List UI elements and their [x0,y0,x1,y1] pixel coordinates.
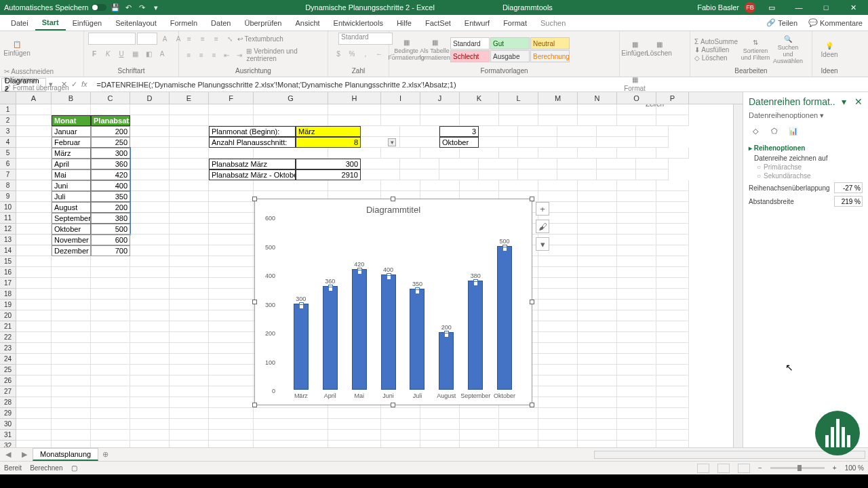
row-header[interactable]: 15 [0,256,16,267]
col-header[interactable]: I [381,92,420,104]
secondary-axis-radio[interactable]: ○ Sekundärachse [757,172,863,180]
ideas-button[interactable]: 💡Ideen [816,34,842,66]
chart-title[interactable]: Diagrammtitel [255,199,532,215]
user-name[interactable]: Fabio Basler [697,3,739,12]
primary-axis-radio[interactable]: ○ Primärachse [757,163,863,171]
column-headers[interactable]: ABCDEFGHIJKLMNOP [0,92,743,104]
table-format-button[interactable]: ▦Als Tabelle formatieren [422,34,448,66]
chart-object[interactable]: Diagrammtitel 0100200300400500600300März… [254,199,532,405]
tab-entwicklertools[interactable]: Entwicklertools [327,16,390,30]
chart-brush-icon[interactable]: 🖌 [536,220,549,233]
row-header[interactable]: 31 [0,430,16,441]
cut-button[interactable]: ✂ Ausschneiden [4,68,69,75]
col-header[interactable]: J [420,92,460,104]
border-icon[interactable]: ▦ [129,47,141,60]
currency-icon[interactable]: $ [332,47,344,60]
number-format-select[interactable]: Standard [338,33,393,45]
row-header[interactable]: 2 [0,115,16,126]
col-header[interactable]: F [209,92,254,104]
row-header[interactable]: 32 [0,441,16,447]
tab-daten[interactable]: Daten [204,16,237,30]
tab-hilfe[interactable]: Hilfe [390,16,418,30]
row-header[interactable]: 25 [0,365,16,375]
formula-input[interactable]: =DATENREIHE(;'Dynamische Planungsschritt… [93,81,868,89]
zoom-out-icon[interactable]: − [758,464,762,472]
percent-icon[interactable]: % [346,47,358,60]
align-right-icon[interactable]: ≡ [208,49,220,61]
row-header[interactable]: 7 [0,169,16,180]
fill-line-icon[interactable]: ◇ [749,124,762,138]
normal-view-icon[interactable] [697,464,709,473]
row-header[interactable]: 4 [0,137,16,148]
clear-button[interactable]: ◇ Löschen [694,54,738,62]
gap-width-input[interactable] [834,196,863,207]
chart-plus-icon[interactable]: + [536,202,549,216]
align-center-icon[interactable]: ≡ [196,49,208,61]
bold-icon[interactable]: F [88,47,100,60]
ribbon-options-icon[interactable]: ▭ [761,0,783,15]
chart-bar[interactable] [497,246,512,390]
style-standard[interactable]: Standard [450,37,490,49]
minimize-icon[interactable]: — [788,0,810,15]
row-header[interactable]: 8 [0,180,16,191]
tab-start[interactable]: Start [35,16,66,30]
chart-bar[interactable] [468,281,483,390]
save-icon[interactable]: 💾 [111,3,120,12]
cancel-formula-icon[interactable]: ✕ [61,80,67,89]
avatar[interactable]: FB [745,2,755,13]
effects-icon[interactable]: ⬠ [768,124,781,138]
qat-more-icon[interactable]: ▾ [151,3,161,12]
col-header[interactable]: E [170,92,209,104]
font-name-input[interactable] [88,33,136,45]
zoom-slider[interactable] [770,467,825,469]
merge-button[interactable]: ⊞ Verbinden und zentrieren [246,47,323,62]
autosum-button[interactable]: Σ AutoSumme [694,38,738,45]
namebox-dropdown-icon[interactable]: ▾ [46,80,56,89]
overlap-input[interactable] [834,182,863,193]
accept-formula-icon[interactable]: ✓ [71,80,77,89]
row-header[interactable]: 3 [0,126,16,137]
style-gut[interactable]: Gut [490,37,530,49]
sheet-nav-prev-icon[interactable]: ◀ [0,450,16,459]
paste-button[interactable]: 📋Einfügen [4,33,30,65]
align-left-icon[interactable]: ≡ [183,49,195,61]
row-header[interactable]: 1 [0,104,16,115]
col-header[interactable]: A [16,92,52,104]
row-header[interactable]: 18 [0,289,16,300]
wrap-text-button[interactable]: ↩ Textumbruch [237,35,283,43]
row-header[interactable]: 30 [0,419,16,430]
sheet-tab-active[interactable]: Monatsplanung [33,448,98,461]
row-header[interactable]: 17 [0,278,16,289]
row-header[interactable]: 23 [0,343,16,354]
dropdown-icon[interactable]: ▾ [388,138,396,146]
tab-suchen[interactable]: Suchen [534,16,572,30]
tab-factset[interactable]: FactSet [418,16,458,30]
italic-icon[interactable]: K [102,47,114,60]
add-sheet-icon[interactable]: ⊕ [98,450,113,459]
col-header[interactable]: P [656,92,689,104]
row-header[interactable]: 11 [0,213,16,224]
sort-filter-button[interactable]: ⇅Sortieren und Filtern [741,34,770,66]
font-color-icon[interactable]: A [156,47,168,60]
series-options-icon[interactable]: 📊 [787,124,800,138]
tab-datei[interactable]: Datei [4,16,35,30]
cond-format-button[interactable]: ▦Bedingte Formatierung [393,34,419,66]
comma-icon[interactable]: , [359,47,372,60]
row-header[interactable]: 22 [0,332,16,343]
tab-ueberpruefen[interactable]: Überprüfen [237,16,288,30]
share-button[interactable]: 🔗 Teilen [761,16,803,30]
tab-entwurf[interactable]: Entwurf [458,16,496,30]
insert-cells-button[interactable]: ▦Einfügen [624,33,646,65]
tab-einfuegen[interactable]: Einfügen [66,16,108,30]
row-header[interactable]: 19 [0,300,16,310]
align-mid-icon[interactable]: ≡ [197,33,209,45]
fill-color-icon[interactable]: ◧ [142,47,155,60]
underline-icon[interactable]: U [115,47,127,60]
row-header[interactable]: 9 [0,191,16,202]
col-header[interactable]: G [254,92,328,104]
tab-format[interactable]: Format [496,16,534,30]
row-headers[interactable]: 1234567891011121314151617181920212223242… [0,104,16,447]
select-all-corner[interactable] [0,92,16,104]
chart-bar[interactable] [352,269,367,390]
page-break-view-icon[interactable] [738,464,750,473]
